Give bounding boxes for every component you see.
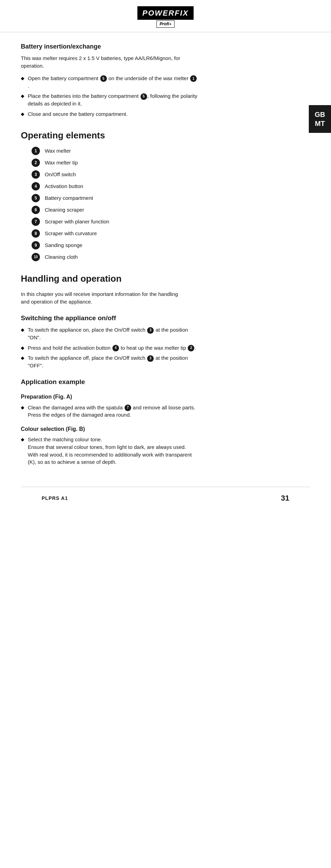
main-content: GB MT Battery insertion/exchange This wa… <box>0 32 331 524</box>
badge-4a: 4 <box>112 345 119 351</box>
diamond-icon-s1: ◆ <box>21 327 24 333</box>
logo-profi: Profi+ <box>156 20 175 28</box>
diamond-icon-2: ◆ <box>21 93 24 100</box>
op-label-1: Wax melter <box>45 147 71 155</box>
prep-bullet-1: ◆ Clean the damaged area with the spatul… <box>21 404 198 419</box>
diamond-icon-s3: ◆ <box>21 355 24 361</box>
op-item-2: 2 Wax melter tip <box>31 159 310 167</box>
switching-title: Switching the appliance on/off <box>21 313 310 323</box>
badge-3b: 3 <box>147 355 154 362</box>
op-badge-7: 7 <box>32 218 40 226</box>
badge-1a: 1 <box>190 75 197 82</box>
op-label-5: Battery compartment <box>45 194 93 202</box>
op-label-4: Activation button <box>45 182 83 190</box>
switching-bullet-list: ◆ To switch the appliance on, place the … <box>21 326 310 369</box>
op-label-7: Scraper with planer function <box>45 218 109 225</box>
battery-bullet-2: ◆ Place the batteries into the battery c… <box>21 92 198 108</box>
op-item-6: 6 Cleaning scraper <box>31 206 310 214</box>
handling-section: Handling and operation In this chapter y… <box>21 272 310 466</box>
switch-bullet-2: ◆ Press and hold the activation button 4… <box>21 344 198 352</box>
op-item-8: 8 Scraper with curvature <box>31 229 310 238</box>
op-badge-1: 1 <box>32 147 40 155</box>
badge-5b: 5 <box>141 93 147 100</box>
op-item-5: 5 Battery compartment <box>31 194 310 202</box>
op-badge-4: 4 <box>32 182 40 190</box>
op-badge-10: 10 <box>32 253 40 261</box>
op-label-8: Scraper with curvature <box>45 230 97 237</box>
badge-3a: 3 <box>147 327 154 334</box>
diamond-icon-c1: ◆ <box>21 436 24 443</box>
op-label-2: Wax melter tip <box>45 159 78 167</box>
handling-intro: In this chapter you will receive importa… <box>21 290 187 306</box>
battery-intro: This wax melter requires 2 x 1.5 V batte… <box>21 54 187 70</box>
badge-2a: 2 <box>188 345 194 351</box>
op-item-4: 4 Activation button <box>31 182 310 190</box>
battery-section: Battery insertion/exchange This wax melt… <box>21 42 310 118</box>
colour-bullet-list: ◆ Select the matching colour tone. Ensur… <box>21 436 310 466</box>
diamond-icon-3: ◆ <box>21 111 24 118</box>
operating-elements-section: Operating elements 1 Wax melter 2 Wax me… <box>21 129 310 262</box>
battery-section-title: Battery insertion/exchange <box>21 42 310 51</box>
op-item-1: 1 Wax melter <box>31 147 310 155</box>
op-badge-3: 3 <box>32 170 40 179</box>
logo-box: POWERFIX Profi+ <box>137 6 193 28</box>
colour-subsubsection: Colour selection (Fig. B) ◆ Select the m… <box>21 425 310 466</box>
switch-bullet-3: ◆ To switch the appliance off, place the… <box>21 354 198 369</box>
op-label-6: Cleaning scraper <box>45 206 84 214</box>
lang-badge: GB MT <box>309 105 331 133</box>
switch-bullet-1: ◆ To switch the appliance on, place the … <box>21 326 198 341</box>
badge-7a: 7 <box>125 405 131 411</box>
preparation-title: Preparation (Fig. A) <box>21 393 310 401</box>
handling-title: Handling and operation <box>21 272 310 286</box>
op-item-10: 10 Cleaning cloth <box>31 253 310 261</box>
op-badge-5: 5 <box>32 194 40 202</box>
op-item-9: 9 Sanding sponge <box>31 241 310 249</box>
op-label-9: Sanding sponge <box>45 241 82 249</box>
battery-bullet-list: ◆ Open the battery compartment 5 on the … <box>21 75 310 118</box>
page-container: POWERFIX Profi+ GB MT Battery insertion/… <box>0 0 331 868</box>
preparation-bullet-list: ◆ Clean the damaged area with the spatul… <box>21 404 310 419</box>
diamond-icon-1: ◆ <box>21 75 24 82</box>
op-badge-8: 8 <box>32 229 40 238</box>
op-item-7: 7 Scraper with planer function <box>31 218 310 226</box>
colour-bullet-1: ◆ Select the matching colour tone. Ensur… <box>21 436 198 466</box>
diamond-icon-p1: ◆ <box>21 405 24 411</box>
op-label-10: Cleaning cloth <box>45 253 78 261</box>
logo-powerfix: POWERFIX <box>137 6 193 20</box>
op-badge-9: 9 <box>32 241 40 249</box>
battery-bullet-3: ◆ Close and secure the battery compartme… <box>21 110 198 118</box>
diamond-icon-s2: ◆ <box>21 345 24 351</box>
operating-elements-title: Operating elements <box>21 129 310 142</box>
op-label-3: On/Off switch <box>45 171 76 178</box>
switching-subsection: Switching the appliance on/off ◆ To swit… <box>21 313 310 369</box>
application-title: Application example <box>21 377 310 387</box>
badge-5a: 5 <box>100 75 107 82</box>
battery-bullet-1: ◆ Open the battery compartment 5 on the … <box>21 75 198 90</box>
preparation-subsubsection: Preparation (Fig. A) ◆ Clean the damaged… <box>21 393 310 419</box>
op-badge-6: 6 <box>32 206 40 214</box>
op-item-3: 3 On/Off switch <box>31 170 310 179</box>
colour-title: Colour selection (Fig. B) <box>21 425 310 433</box>
footer-page: 31 <box>281 493 289 504</box>
op-badge-2: 2 <box>32 159 40 167</box>
application-subsection: Application example Preparation (Fig. A)… <box>21 377 310 466</box>
footer-model: PLPRS A1 <box>42 495 68 502</box>
header: POWERFIX Profi+ <box>0 0 331 32</box>
operating-elements-list: 1 Wax melter 2 Wax melter tip 3 On/Off s… <box>31 147 310 261</box>
footer: PLPRS A1 31 <box>21 487 310 510</box>
